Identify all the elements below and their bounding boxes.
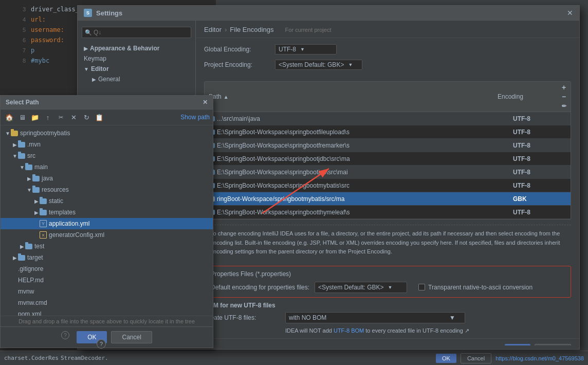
project-encoding-select[interactable]: <System Default: GBK> ▼ <box>275 60 362 70</box>
path-cell: E:\SpringBoot-Workspace\springbootfremar… <box>205 140 509 151</box>
nav-arrow-appearance: ▶ <box>84 46 88 51</box>
tree-item-label: .mvn <box>27 141 41 148</box>
help-icon[interactable]: ? <box>61 331 69 339</box>
global-encoding-arrow: ▼ <box>300 47 305 52</box>
nav-item-editor[interactable]: ▼ Editor <box>78 64 195 74</box>
show-path-button[interactable]: Show path <box>180 114 210 121</box>
bottom-help-icon[interactable]: ? <box>97 339 106 349</box>
yaml-file-icon: Y <box>40 220 47 227</box>
bottom-ok-button[interactable]: OK <box>436 354 456 363</box>
tree-item-label: .gitignore <box>18 265 43 272</box>
nav-item-keymap[interactable]: Keymap <box>78 53 195 64</box>
breadcrumb-separator: › <box>225 26 227 33</box>
table-row[interactable]: E:\SpringBoot-Workspace\springbootfileup… <box>205 125 571 139</box>
desktop-button[interactable]: 🖥 <box>16 112 28 123</box>
line-number: 7 <box>15 47 26 53</box>
table-row-active[interactable]: ringBoot-Workspace/springbootmybatis/src… <box>205 192 571 206</box>
transparent-checkbox[interactable] <box>418 284 425 290</box>
tree-item-root[interactable]: ▼ springbootmybatis <box>1 127 213 139</box>
tree-item-label: HELP.md <box>18 277 44 284</box>
select-path-toolbar: 🏠 🖥 📁 ↑ ✂ ✕ ↻ 📋 Show path <box>1 110 213 125</box>
encoding-column-header[interactable]: Encoding <box>493 90 555 103</box>
nav-item-general[interactable]: ▶ General <box>78 74 195 84</box>
settings-search-input[interactable] <box>82 27 191 38</box>
cut-button[interactable]: ✂ <box>55 112 66 123</box>
static-folder-icon <box>40 198 47 204</box>
tree-arrow-java: ▶ <box>26 175 32 181</box>
global-encoding-label: Global Encoding: <box>204 46 271 53</box>
tree-arrow-target: ▶ <box>12 254 18 261</box>
properties-row: Default encoding for properties files: <… <box>211 282 564 293</box>
tree-item-label: application.yml <box>49 220 89 227</box>
settings-content: Editor › File Encodings For current proj… <box>196 21 579 345</box>
tree-item-src[interactable]: ▼ src <box>1 150 213 161</box>
table-row[interactable]: E:\SpringBoot-Workspace\springbootjdbc\s… <box>205 152 571 166</box>
select-path-cancel-button[interactable]: Cancel <box>111 331 152 343</box>
transparent-checkbox-row: Transparent native-to-ascii conversion <box>418 284 532 291</box>
tree-arrow-static: ▶ <box>33 198 40 204</box>
delete-button[interactable]: ✕ <box>68 112 79 123</box>
tree-item-help[interactable]: ▶ HELP.md <box>1 275 213 286</box>
tree-item-resources[interactable]: ▼ resources <box>1 184 213 195</box>
tree-item-generator-config[interactable]: ▶ X generatorConfig.xml <box>1 229 213 241</box>
tree-item-templates[interactable]: ▶ templates <box>1 207 213 218</box>
tree-item-gitignore[interactable]: ▶ .gitignore <box>1 263 213 275</box>
project-encoding-row: Project Encoding: <System Default: GBK> … <box>204 60 571 70</box>
home-button[interactable]: 🏠 <box>4 112 15 123</box>
tree-item-label: main <box>34 163 48 171</box>
csdn-link[interactable]: https://blog.csdn.net/m0_47569538 <box>495 355 584 361</box>
create-utf8-value: with NO BOM <box>289 314 326 321</box>
select-path-close-button[interactable]: ✕ <box>203 99 208 106</box>
table-row[interactable]: E:\SpringBoot-Workspace\springbootthymel… <box>205 206 571 219</box>
path-cell: E:\SpringBoot-Workspace\springbootthymel… <box>205 207 509 217</box>
new-folder-button[interactable]: 📁 <box>29 112 41 123</box>
add-path-button[interactable]: + <box>559 83 568 92</box>
encoding-table: Path ▲ Encoding + − ✏ <box>204 81 571 220</box>
settings-close-button[interactable]: ✕ <box>567 9 573 17</box>
global-encoding-select[interactable]: UTF-8 ▼ <box>275 44 337 54</box>
table-row[interactable]: E:\SpringBoot-Workspace\springbootmybati… <box>205 179 571 192</box>
encoding-cell: UTF-8 <box>509 140 571 151</box>
tree-item-mvnw-cmd[interactable]: ▶ mvnw.cmd <box>1 297 213 308</box>
tree-item-label: pom.xml <box>18 311 41 316</box>
settings-cancel-button[interactable]: Cancel <box>535 344 571 345</box>
resources-folder-icon <box>32 187 40 193</box>
bottom-cancel-button[interactable]: Cancel <box>461 353 491 363</box>
edit-path-button[interactable]: ✏ <box>559 101 568 111</box>
properties-encoding-select[interactable]: <System Default: GBK> ▼ <box>315 282 407 293</box>
tree-item-application-yml[interactable]: ▶ Y application.yml <box>1 218 213 229</box>
path-column-header[interactable]: Path ▲ <box>205 90 493 103</box>
bom-section: BOM for new UTF-8 files Create UTF-8 fil… <box>204 302 571 334</box>
remove-path-button[interactable]: − <box>559 92 568 101</box>
encoding-cell: UTF-8 <box>509 167 571 177</box>
line-number: 6 <box>15 37 26 43</box>
utf8-bom-link[interactable]: UTF-8 BOM <box>334 327 364 334</box>
table-row[interactable]: E:\SpringBoot-Workspace\springbootfremar… <box>205 139 571 152</box>
create-utf8-select[interactable]: with NO BOM ▼ <box>285 312 465 323</box>
tree-arrow-root: ▼ <box>5 130 11 136</box>
tree-item-target[interactable]: ▶ target <box>1 252 213 263</box>
sort-arrow-icon: ▲ <box>224 94 229 100</box>
table-row[interactable]: ...\src\main\java UTF-8 <box>205 112 571 125</box>
nav-item-appearance[interactable]: ▶ Appearance & Behavior <box>78 43 195 53</box>
path-cell: E:\SpringBoot-Workspace\springbootfileup… <box>205 127 509 137</box>
up-button[interactable]: ↑ <box>42 112 53 123</box>
bom-note: IDEA will NOT add UTF-8 BOM to every cre… <box>204 327 571 334</box>
stream-decoder-status: StreamDecoder. <box>61 355 108 361</box>
tree-item-test[interactable]: ▶ test <box>1 241 213 252</box>
tree-item-pom[interactable]: ▶ pom.xml <box>1 308 213 316</box>
encoding-cell: UTF-8 <box>509 114 571 124</box>
refresh-button[interactable]: ↻ <box>81 112 92 123</box>
path-cell: ...\src\main\java <box>205 114 509 124</box>
tree-item-label: mvnw <box>18 288 34 295</box>
table-row[interactable]: E:\SpringBoot-Workspace\springbootjsp\sr… <box>205 166 571 179</box>
tree-item-mvnw[interactable]: ▶ mvnw <box>1 286 213 297</box>
tree-item-main[interactable]: ▼ main <box>1 161 213 173</box>
settings-ok-button[interactable]: OK <box>505 344 530 345</box>
tree-item-static[interactable]: ▶ static <box>1 195 213 207</box>
tree-item-mvn[interactable]: ▶ .mvn <box>1 139 213 150</box>
settings-title-bar: S Settings ✕ <box>78 6 579 21</box>
copy-button[interactable]: 📋 <box>94 112 105 123</box>
tree-item-java[interactable]: ▶ java <box>1 173 213 184</box>
tree-item-label: java <box>42 175 53 182</box>
